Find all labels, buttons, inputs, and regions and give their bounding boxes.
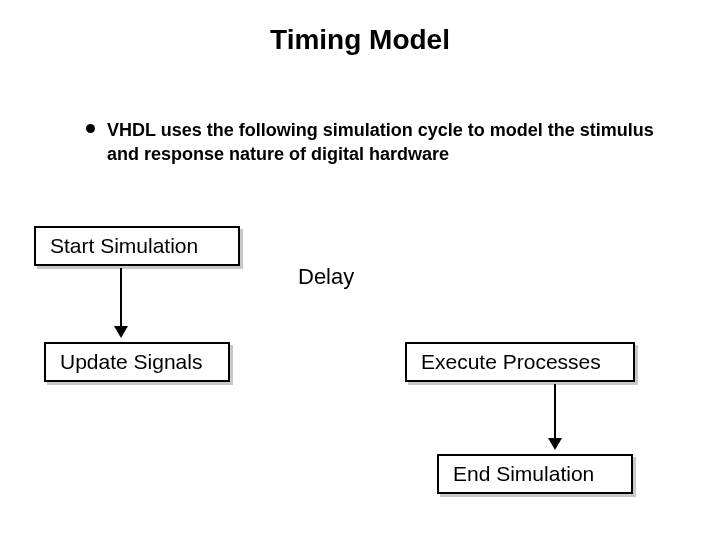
box-update-signals: Update Signals <box>44 342 230 382</box>
box-start-simulation: Start Simulation <box>34 226 240 266</box>
arrow-start-to-update <box>114 268 128 338</box>
box-execute-processes: Execute Processes <box>405 342 635 382</box>
label-delay: Delay <box>298 264 354 290</box>
box-end-simulation: End Simulation <box>437 454 633 494</box>
arrow-execute-to-end <box>548 384 562 450</box>
bullet-item: VHDL uses the following simulation cycle… <box>86 118 660 167</box>
bullet-text: VHDL uses the following simulation cycle… <box>107 118 660 167</box>
bullet-dot-icon <box>86 124 95 133</box>
page-title: Timing Model <box>0 24 720 56</box>
